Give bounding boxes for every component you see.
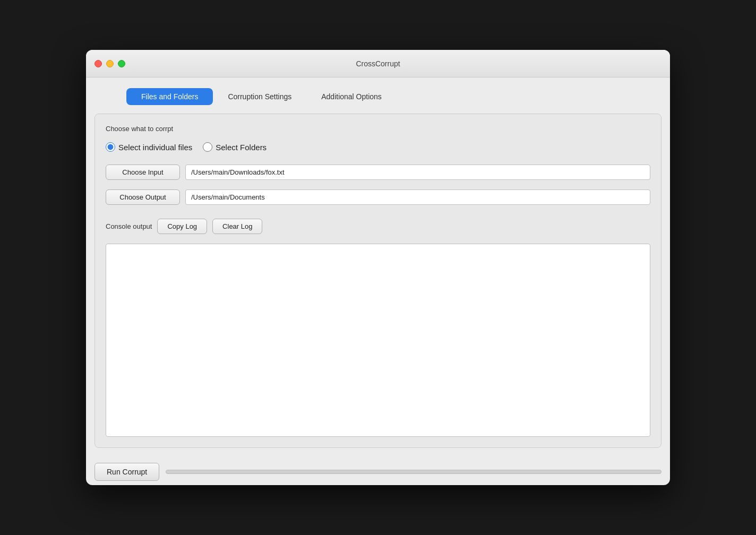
clear-log-button[interactable]: Clear Log xyxy=(212,219,262,234)
app-window: CrossCorrupt Files and Folders Corruptio… xyxy=(86,50,670,485)
tab-files-and-folders[interactable]: Files and Folders xyxy=(126,88,213,105)
radio-individual-files-input[interactable] xyxy=(106,142,115,152)
input-row: Choose Input /Users/main/Downloads/fox.t… xyxy=(106,165,650,180)
output-path-display: /Users/main/Documents xyxy=(185,189,650,205)
maximize-button[interactable] xyxy=(118,60,125,67)
progress-bar-container xyxy=(166,470,662,474)
minimize-button[interactable] xyxy=(106,60,114,67)
radio-group: Select individual files Select Folders xyxy=(106,142,650,152)
input-path-display: /Users/main/Downloads/fox.txt xyxy=(185,165,650,180)
choose-input-button[interactable]: Choose Input xyxy=(106,165,180,180)
copy-log-button[interactable]: Copy Log xyxy=(157,219,207,234)
console-output-area[interactable] xyxy=(106,244,650,437)
main-panel: Choose what to corrpt Select individual … xyxy=(94,114,662,448)
window-title: CrossCorrupt xyxy=(356,59,400,68)
radio-select-folders[interactable]: Select Folders xyxy=(203,142,267,152)
window-content: Files and Folders Corruption Settings Ad… xyxy=(86,77,670,456)
close-button[interactable] xyxy=(94,60,102,67)
run-corrupt-button[interactable]: Run Corrupt xyxy=(94,463,159,481)
tab-additional-options[interactable]: Additional Options xyxy=(306,88,397,105)
output-row: Choose Output /Users/main/Documents xyxy=(106,189,650,205)
console-row: Console output Copy Log Clear Log xyxy=(106,219,650,234)
tab-corruption-settings[interactable]: Corruption Settings xyxy=(213,88,306,105)
radio-select-folders-input[interactable] xyxy=(203,142,212,152)
title-bar: CrossCorrupt xyxy=(86,50,670,77)
traffic-lights xyxy=(94,60,125,67)
radio-individual-files[interactable]: Select individual files xyxy=(106,142,192,152)
radio-individual-files-label: Select individual files xyxy=(118,143,192,152)
choose-what-label: Choose what to corrpt xyxy=(106,125,650,133)
radio-select-folders-label: Select Folders xyxy=(216,143,267,152)
tab-bar: Files and Folders Corruption Settings Ad… xyxy=(94,88,662,105)
choose-output-button[interactable]: Choose Output xyxy=(106,189,180,205)
console-output-label: Console output xyxy=(106,222,152,230)
bottom-bar: Run Corrupt xyxy=(86,456,670,485)
